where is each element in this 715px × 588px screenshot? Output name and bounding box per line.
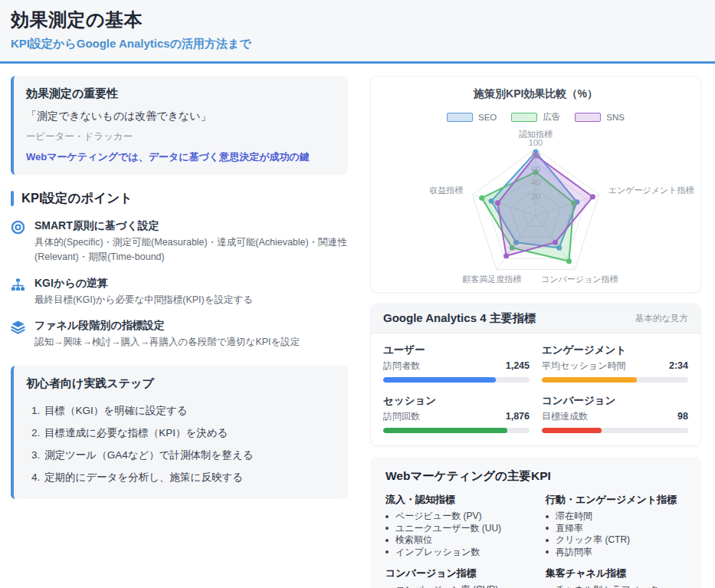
chart-legend: SEO 広告 SNS [371,111,700,123]
step-item: 定期的にデータを分析し、施策に反映する [43,466,336,488]
progress-fill [542,428,602,433]
page-title: 効果測定の基本 [11,8,703,32]
kpi-point-funnel: ファネル段階別の指標設定 認知→興味→検討→購入→再購入の各段階で適切なKPIを… [11,319,348,350]
legend-swatch [511,113,537,122]
point-desc: 最終目標(KGI)から必要な中間指標(KPI)を設定する [34,293,253,307]
svg-text:認知指標: 認知指標 [519,130,553,139]
bullet-dot [385,550,389,554]
ga4-card-hint: 基本的な見方 [635,313,688,324]
legend-item-sns[interactable]: SNS [575,113,625,122]
metric-sub: 平均セッション時間 [542,360,625,373]
ga4-card-title: Google Analytics 4 主要指標 [383,311,536,326]
legend-item-ads[interactable]: 広告 [511,111,560,123]
kpi-item: チャネル別トラフィック [546,584,686,588]
step-item: 目標達成に必要な指標（KPI）を決める [43,422,336,444]
steps-list: 目標（KGI）を明確に設定する 目標達成に必要な指標（KPI）を決める 測定ツー… [26,399,336,488]
metric-value: 1,245 [506,360,530,371]
step-item: 測定ツール（GA4など）で計測体制を整える [43,444,336,466]
metric-value: 98 [677,411,688,422]
left-column: 効果測定の重要性 「測定できないものは改善できない」 ーピーター・ドラッカー W… [11,76,348,588]
bullet-dot [546,539,549,542]
kpi-item: 直帰率 [546,523,686,535]
layers-icon [11,319,26,350]
progress-track [383,428,530,433]
point-desc: 具体的(Specific)・測定可能(Measurable)・達成可能(Achi… [34,235,348,265]
legend-label: SNS [606,113,625,122]
progress-track [542,377,688,383]
bullet-dot [385,515,389,518]
metric-conversions: コンバージョン 目標達成数 98 [542,394,688,433]
metric-name: コンバージョン [542,394,688,408]
svg-text:60: 60 [531,165,540,174]
ga4-card-header: Google Analytics 4 主要指標 基本的な見方 [371,304,700,333]
kpi-points-heading: KPI設定のポイント [11,190,348,207]
kpi-group-channels: 集客チャネル指標 チャネル別トラフィック SNSエンゲージメント率 メール開封率… [546,567,686,588]
point-title: KGIからの逆算 [34,277,253,291]
metric-engagement: エンゲージメント 平均セッション時間 2:34 [542,343,688,383]
point-title: ファネル段階別の指標設定 [34,319,300,333]
metric-value: 2:34 [669,360,688,371]
svg-text:40: 40 [531,178,540,187]
kpi-item: ユニークユーザー数 (UU) [385,523,526,535]
kpi-points-heading-label: KPI設定のポイント [21,190,133,207]
kpi-item: コンバージョン率 (CVR) [385,584,526,588]
beginner-steps-box: 初心者向け実践ステップ 目標（KGI）を明確に設定する 目標達成に必要な指標（K… [11,366,348,499]
svg-text:顧客満足度指標: 顧客満足度指標 [462,274,521,284]
metric-name: セッション [383,394,530,408]
metric-users: ユーザー 訪問者数 1,245 [383,343,530,383]
svg-text:コンバージョン指標: コンバージョン指標 [541,274,618,284]
kpi-group-awareness: 流入・認知指標 ページビュー数 (PV) ユニークユーザー数 (UU) 検索順位… [385,493,526,558]
bullet-dot [385,527,389,530]
svg-text:収益指標: 収益指標 [429,186,463,195]
point-title: SMART原則に基づく設定 [34,219,348,233]
quote-attribution: ーピーター・ドラッカー [26,130,336,143]
quote-note: Webマーケティングでは、データに基づく意思決定が成功の鍵 [26,150,336,164]
metric-name: エンゲージメント [542,343,688,357]
step-item: 目標（KGI）を明確に設定する [43,399,336,422]
legend-swatch [447,113,473,122]
kpi-item: 検索順位 [385,534,526,547]
kpi-point-smart: SMART原則に基づく設定 具体的(Specific)・測定可能(Measura… [11,219,348,265]
progress-track [383,377,530,383]
right-column: 施策別KPI効果比較（%） SEO 広告 SNS 20406080100認知指標… [370,76,701,588]
kpi-item: ページビュー数 (PV) [385,511,526,523]
page-subtitle: KPI設定からGoogle Analyticsの活用方法まで [11,37,703,51]
sitemap-icon [11,277,26,307]
legend-label: 広告 [543,111,560,123]
metric-value: 1,876 [506,411,530,422]
kpi-card-title: Webマーケティングの主要KPI [385,468,686,485]
bullet-dot [546,527,549,530]
kpi-item: 再訪問率 [546,547,686,559]
point-desc: 認知→興味→検討→購入→再購入の各段階で適切なKPIを設定 [34,335,300,350]
page-header: 効果測定の基本 KPI設定からGoogle Analyticsの活用方法まで [0,0,715,64]
metric-sub: 訪問者数 [383,360,420,373]
quote-text: 「測定できないものは改善できない」 [26,110,336,123]
radar-chart: 20406080100認知指標エンゲージメント指標コンバージョン指標顧客満足度指… [371,126,700,289]
svg-text:80: 80 [531,151,540,160]
progress-fill [383,428,507,433]
progress-fill [383,377,496,383]
heading-accent-bar [11,191,14,206]
metric-sessions: セッション 訪問回数 1,876 [383,394,530,433]
legend-swatch [575,113,601,122]
bullet-dot [546,550,549,554]
ga4-metrics-grid: ユーザー 訪問者数 1,245 エンゲージメント 平均セッション時間 2:34 [371,333,700,445]
bullet-dot [385,539,389,542]
progress-track [542,428,688,433]
progress-fill [542,377,637,383]
bullet-dot [546,515,549,518]
steps-box-title: 初心者向け実践ステップ [26,376,336,391]
legend-item-seo[interactable]: SEO [447,113,497,122]
svg-text:20: 20 [531,192,540,201]
ga4-metrics-card: Google Analytics 4 主要指標 基本的な見方 ユーザー 訪問者数… [370,304,701,446]
kpi-group-engagement: 行動・エンゲージメント指標 滞在時間 直帰率 クリック率 (CTR) 再訪問率 [546,493,686,558]
importance-box-title: 効果測定の重要性 [26,87,336,101]
kpi-item: クリック率 (CTR) [546,534,686,547]
chart-title: 施策別KPI効果比較（%） [371,87,700,101]
target-icon [11,219,26,265]
kpi-point-kgi: KGIからの逆算 最終目標(KGI)から必要な中間指標(KPI)を設定する [11,277,348,307]
kpi-group-conversion: コンバージョン指標 コンバージョン率 (CVR) 顧客獲得単価 (CPA) 投資… [385,567,526,588]
kpi-list-card: Webマーケティングの主要KPI 流入・認知指標 ページビュー数 (PV) ユニ… [370,457,701,588]
svg-text:エンゲージメント指標: エンゲージメント指標 [608,186,694,195]
kpi-item: インプレッション数 [385,547,526,559]
